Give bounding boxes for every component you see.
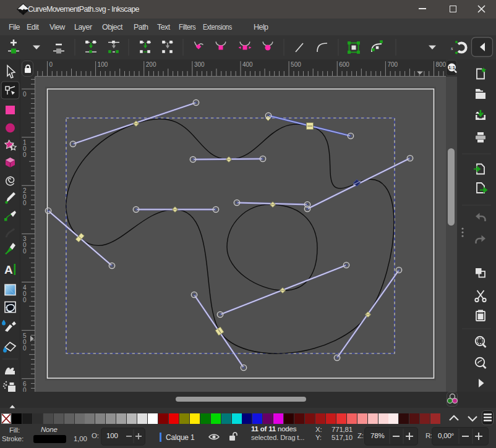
svg-text:200: 200 [146,61,156,68]
svg-text:100: 100 [98,61,108,68]
svg-text:0: 0 [23,248,27,255]
svg-text:400: 400 [242,61,253,68]
svg-text:0: 0 [23,297,27,303]
svg-text:A: A [4,263,13,276]
svg-text:600: 600 [339,61,349,68]
svg-text:700: 700 [387,61,398,68]
svg-text:300: 300 [194,61,205,68]
svg-text:0: 0 [23,200,27,206]
svg-text:0: 0 [49,61,53,68]
svg-text:800: 800 [436,61,447,68]
svg-text:0: 0 [23,151,27,158]
svg-text:500: 500 [291,61,301,68]
svg-text:0: 0 [23,91,27,98]
svg-text:s: s [451,45,453,51]
svg-text:1:1: 1:1 [448,65,455,70]
svg-text:0: 0 [23,345,27,352]
